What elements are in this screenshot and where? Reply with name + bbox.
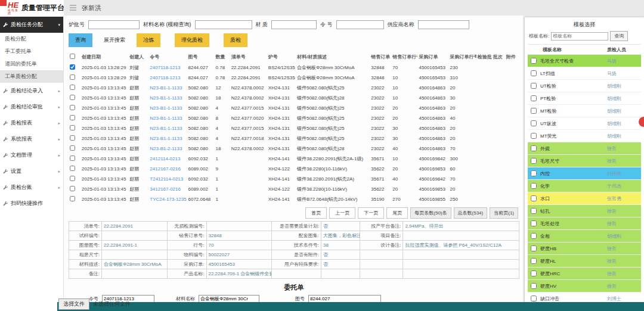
order-link[interactable]: 2412167-0216	[150, 166, 181, 172]
filter-input-1[interactable]	[195, 20, 252, 29]
row-checkbox[interactable]	[70, 85, 75, 90]
sidebar-item-11[interactable]: 质检台账▸	[0, 179, 63, 195]
template-checkbox[interactable]	[531, 283, 537, 289]
sidebar-item-0[interactable]: 质检任务分配▾	[0, 17, 63, 33]
toolbar-button-1[interactable]: 展开搜索	[97, 33, 132, 47]
template-checkbox[interactable]	[531, 233, 537, 239]
page-button-2[interactable]: 下一页	[358, 207, 384, 219]
toolbar-button-3[interactable]: 理化质检	[175, 33, 209, 47]
sidebar-item-10[interactable]: 设置▸	[0, 163, 63, 179]
template-row[interactable]: 毛坯全尺寸检查马扬	[528, 55, 641, 67]
template-row[interactable]: 硬度HV徐哲	[528, 280, 641, 293]
order-link[interactable]: 2412114-0213	[150, 156, 180, 161]
filter-input-4[interactable]	[418, 20, 469, 29]
template-checkbox[interactable]	[531, 58, 537, 64]
order-link[interactable]: TYC24-173-1235	[150, 197, 186, 202]
template-row[interactable]: 硬度HB徐哲	[528, 242, 641, 255]
page-button-1[interactable]: 上一页	[329, 207, 355, 219]
order-link[interactable]: N23-B1-1-1133	[150, 126, 182, 131]
sidebar-item-9[interactable]: 文档管理▸	[0, 147, 63, 163]
template-row[interactable]: PT检验胡维刚	[528, 92, 641, 105]
template-row[interactable]: 内控刘伟峰	[528, 167, 641, 180]
sidebar-subitem-1[interactable]: 质检分配	[0, 33, 63, 45]
page-button-3[interactable]: 尾页	[386, 207, 408, 219]
sidebar-subitem-2[interactable]: 手工委托单	[0, 45, 63, 58]
template-row[interactable]: 毛坯尺寸徐哲	[528, 155, 641, 167]
row-checkbox[interactable]	[70, 105, 75, 110]
row-checkbox[interactable]	[70, 125, 75, 130]
template-search-input[interactable]	[551, 32, 608, 41]
template-checkbox[interactable]	[531, 245, 537, 251]
row-checkbox[interactable]	[70, 156, 75, 161]
template-checkbox[interactable]	[531, 170, 537, 176]
template-checkbox[interactable]	[531, 220, 537, 226]
row-checkbox[interactable]	[70, 145, 75, 151]
sidebar-subitem-4[interactable]: 工单质检分配	[0, 70, 63, 83]
filter-input-2[interactable]	[271, 20, 317, 29]
template-row[interactable]: MT荧光胡维刚	[528, 130, 641, 142]
toolbar-button-0[interactable]: 查询	[69, 33, 92, 47]
template-checkbox[interactable]	[531, 120, 537, 126]
template-checkbox[interactable]	[531, 133, 537, 139]
order-link[interactable]: 3412167-0216	[150, 186, 181, 192]
template-row[interactable]: 金相胡维刚	[528, 230, 641, 242]
row-checkbox[interactable]	[70, 186, 75, 191]
order-link[interactable]: N23-B1-1-1133	[150, 95, 182, 101]
template-checkbox[interactable]	[531, 258, 537, 264]
sidebar-item-5[interactable]: 质检结论录入▸	[0, 83, 63, 99]
row-checkbox[interactable]	[70, 176, 75, 181]
order-link[interactable]: T2412114-0213	[150, 176, 183, 182]
order-link[interactable]: N23-B1-1-1133	[150, 85, 182, 91]
template-checkbox[interactable]	[531, 296, 537, 301]
row-checkbox[interactable]	[70, 115, 75, 120]
template-row[interactable]: MT检验胡维刚	[528, 105, 641, 117]
template-checkbox[interactable]	[531, 83, 537, 89]
row-checkbox[interactable]	[70, 196, 75, 201]
sidebar-item-8[interactable]: 系统报表▸	[0, 131, 63, 147]
template-checkbox[interactable]	[531, 108, 537, 114]
template-checkbox[interactable]	[531, 158, 537, 164]
select-all-checkbox[interactable]	[70, 54, 75, 59]
template-checkbox[interactable]	[531, 208, 537, 214]
order-link[interactable]: N23-B1-1-1133	[150, 105, 182, 111]
template-checkbox[interactable]	[531, 70, 537, 76]
sidebar-item-6[interactable]: 质检结论审批▸	[0, 99, 63, 115]
row-checkbox[interactable]	[70, 95, 75, 100]
choose-file-button[interactable]: 选择文件	[58, 298, 89, 310]
template-row[interactable]: 外观徐哲	[528, 142, 641, 155]
toolbar-button-2[interactable]: 冶炼	[137, 33, 160, 47]
template-row[interactable]: 毛坯处理徐哲	[528, 217, 641, 230]
order-link[interactable]: 2407118-1213	[150, 75, 180, 80]
toolbar-button-4[interactable]: 质检	[224, 33, 247, 47]
template-checkbox[interactable]	[531, 183, 537, 189]
template-person: 胡维刚	[607, 233, 638, 240]
template-row[interactable]: 钻孔徐哲	[528, 205, 641, 217]
template-search-button[interactable]: 查询	[610, 31, 628, 41]
sidebar-item-7[interactable]: 质检报表▸	[0, 115, 63, 131]
order-link[interactable]: N23-B1-1-1133	[150, 116, 182, 121]
template-row[interactable]: 水口张哲勇	[528, 192, 641, 205]
sidebar-item-12[interactable]: 扫码快捷操作	[0, 195, 63, 212]
template-checkbox[interactable]	[531, 145, 537, 151]
template-checkbox[interactable]	[531, 270, 537, 276]
row-checkbox[interactable]	[70, 74, 75, 80]
filter-input-3[interactable]	[336, 20, 384, 29]
template-row[interactable]: 硬度HL徐哲	[528, 255, 641, 268]
row-checkbox[interactable]	[70, 166, 75, 171]
row-checkbox[interactable]	[70, 64, 75, 70]
template-checkbox[interactable]	[531, 95, 537, 101]
template-row[interactable]: 硬度HRC徐哲	[528, 268, 641, 280]
order-link[interactable]: 2407118-1213	[150, 65, 180, 70]
page-button-0[interactable]: 首页	[305, 207, 327, 219]
menu-icon[interactable]	[70, 5, 76, 11]
sidebar-subitem-3[interactable]: 退回的委托单	[0, 58, 63, 70]
template-row[interactable]: UT检验胡维刚	[528, 80, 641, 92]
template-row[interactable]: 化学于伟杰	[528, 180, 641, 192]
order-link[interactable]: N23-B1-2-1133	[150, 146, 182, 151]
filter-input-0[interactable]	[88, 20, 140, 29]
order-link[interactable]: N23-B1-1-1133	[150, 136, 182, 141]
template-row[interactable]: UT纵波胡维刚	[528, 117, 641, 130]
row-checkbox[interactable]	[70, 135, 75, 141]
template-row[interactable]: LT扫描马扬	[528, 67, 641, 80]
template-checkbox[interactable]	[531, 195, 537, 201]
